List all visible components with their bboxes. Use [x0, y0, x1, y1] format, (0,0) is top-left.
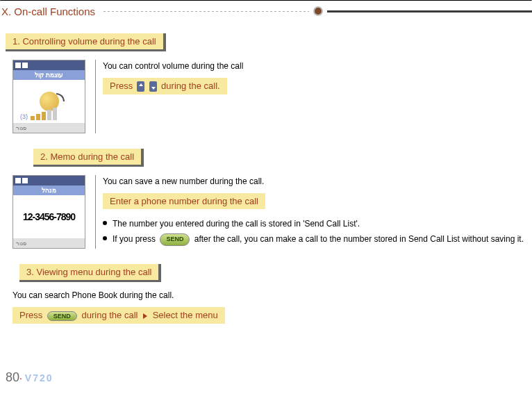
chapter-bar: X. On-call Functions: [0, 1, 532, 21]
phone-status-bar: [13, 60, 85, 70]
battery-icon: [22, 178, 28, 183]
volume-bar: [47, 110, 51, 120]
send-key-icon: SEND: [160, 233, 190, 246]
bullet-item: If you press SEND after the call, you ca…: [103, 233, 525, 246]
phone-mock-memo: מנהל 12-3456-7890 סגור: [13, 175, 85, 249]
phone-softkey-left: סגור: [16, 240, 26, 247]
instruction-pre: Press: [19, 310, 42, 320]
section2-instruction: Enter a phone number during the call: [103, 193, 265, 209]
section2-intro: You can save a new number during the cal…: [103, 176, 525, 186]
page-separator-icon: ·: [19, 372, 22, 383]
phone-body: (3): [13, 80, 85, 123]
phone-softkey-bar: סגור: [13, 123, 85, 133]
signal-icon: [15, 178, 21, 183]
volume-level-label: (3): [20, 113, 28, 120]
phone-mock-volume: עוצמת קול (3) סגור: [13, 60, 85, 133]
section3-intro: You can search Phone Book during the cal…: [13, 290, 525, 300]
section3-heading: 3. Viewing menu during the call: [19, 264, 161, 282]
battery-icon: [22, 63, 28, 68]
instruction-post: Select the menu: [153, 310, 218, 320]
section2-heading: 2. Memo during the call: [33, 149, 144, 167]
phone-entered-number: 12-3456-7890: [23, 211, 75, 222]
phone-status-bar: [13, 176, 85, 185]
model-name: V720: [25, 372, 53, 383]
down-arrow-icon: [149, 81, 157, 92]
section1-desc: You can control volume during the call P…: [103, 57, 525, 99]
signal-icon: [15, 63, 21, 68]
bullet-post: after the call, you can make a call to t…: [194, 234, 524, 244]
section1-instruction: Press during the call.: [103, 78, 227, 94]
volume-bars: (3): [20, 108, 57, 120]
up-arrow-icon: [137, 81, 144, 92]
bullet-icon: [313, 6, 323, 16]
footer: 80· V720: [6, 370, 53, 385]
page-number: 80: [6, 370, 19, 384]
bullet-pre: If you press: [113, 234, 156, 244]
phone-title-bar: מנהל: [13, 185, 85, 195]
solid-line: [327, 10, 532, 13]
page: X. On-call Functions 1. Controlling volu…: [0, 0, 532, 396]
chapter-title: X. On-call Functions: [0, 3, 103, 20]
dotted-line: [103, 11, 308, 12]
section1-row: עוצמת קול (3) סגור: [6, 57, 525, 136]
section1-heading: 1. Controlling volume during the call: [6, 33, 166, 51]
volume-bar: [31, 116, 35, 120]
phone-softkey-bar: סגור: [13, 238, 85, 248]
volume-bar: [53, 108, 57, 120]
section2-bullets: The number you entered during the call i…: [103, 217, 525, 246]
bullet-item: The number you entered during the call i…: [103, 217, 525, 230]
content: 1. Controlling volume during the call עו…: [0, 21, 532, 328]
section1-intro: You can control volume during the call: [103, 61, 525, 71]
instruction-mid: during the call: [82, 310, 138, 320]
volume-bar: [42, 112, 46, 120]
triangle-right-icon: [143, 313, 147, 319]
volume-bar: [36, 114, 40, 120]
vertical-divider: [95, 175, 96, 249]
instruction-pre: Press: [110, 81, 133, 91]
phone-body: 12-3456-7890: [13, 195, 85, 238]
send-key-icon: SEND: [47, 311, 77, 321]
section3-instruction: Press SEND during the call Select the me…: [13, 307, 225, 324]
phone-softkey-left: סגור: [16, 125, 26, 131]
phone-title-bar: עוצמת קול: [13, 70, 85, 80]
vertical-divider: [95, 60, 96, 133]
section2-desc: You can save a new number during the cal…: [103, 172, 525, 250]
instruction-post: during the call.: [161, 81, 220, 91]
section2-row: מנהל 12-3456-7890 סגור You can save a ne…: [6, 172, 525, 251]
